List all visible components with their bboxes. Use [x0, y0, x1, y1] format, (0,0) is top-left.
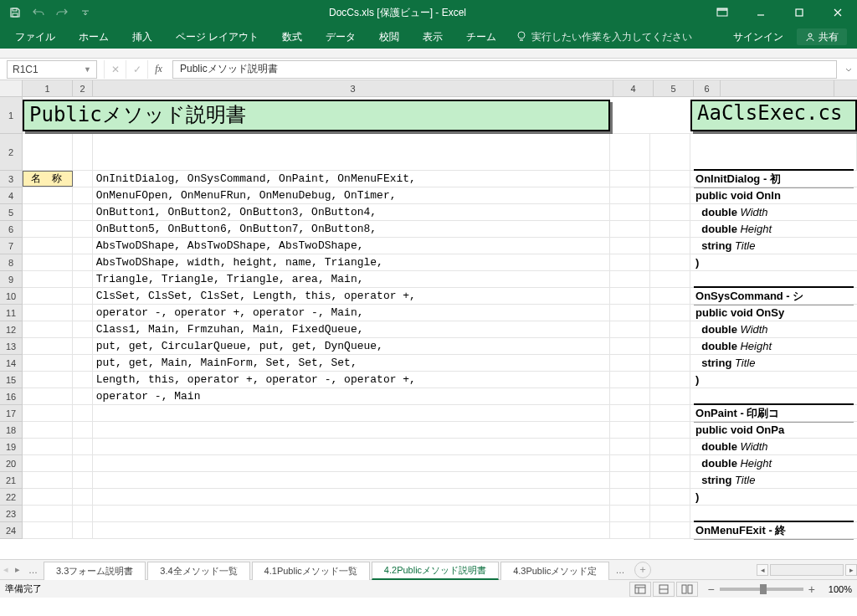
cell[interactable]	[650, 489, 690, 505]
cell[interactable]	[610, 472, 650, 488]
cell[interactable]	[93, 134, 611, 170]
cell[interactable]	[650, 455, 690, 471]
ribbon-display-icon[interactable]	[703, 0, 742, 25]
cell[interactable]: )	[690, 372, 857, 388]
formula-input[interactable]: Publicメソッド説明書	[172, 60, 837, 79]
cell[interactable]: public void OnSy	[690, 305, 857, 321]
method-list-line[interactable]: Triangle, Triangle, Triangle, area, Main…	[93, 271, 611, 287]
cell[interactable]	[23, 221, 73, 237]
ribbon-tab-insert[interactable]: 挿入	[121, 25, 164, 49]
row-header[interactable]: 19	[0, 439, 22, 455]
cell[interactable]	[93, 506, 611, 521]
cell[interactable]	[73, 271, 93, 287]
cell[interactable]	[650, 506, 690, 521]
cell[interactable]	[73, 522, 93, 538]
cell[interactable]	[73, 422, 93, 438]
ribbon-tab-data[interactable]: データ	[314, 25, 367, 49]
cell[interactable]	[73, 254, 93, 270]
cell[interactable]	[23, 338, 73, 354]
cell[interactable]	[650, 388, 690, 404]
cell[interactable]: double Height	[690, 338, 857, 354]
signin-link[interactable]: サインイン	[720, 30, 797, 44]
cell[interactable]	[650, 171, 690, 187]
cell[interactable]	[23, 321, 73, 337]
ribbon-tab-file[interactable]: ファイル	[3, 25, 67, 49]
cell[interactable]	[610, 238, 650, 254]
minimize-icon[interactable]	[742, 0, 780, 25]
cell[interactable]	[650, 372, 690, 388]
chevron-down-icon[interactable]: ▼	[84, 65, 91, 74]
ribbon-tab-pagelayout[interactable]: ページ レイアウト	[164, 25, 270, 49]
row-header[interactable]: 4	[0, 187, 22, 204]
row-header[interactable]: 16	[0, 388, 22, 405]
cell[interactable]	[610, 171, 650, 187]
cell[interactable]	[73, 321, 93, 337]
sheet-nav-first-icon[interactable]: ◂	[0, 560, 12, 580]
cell[interactable]	[690, 506, 857, 521]
cell[interactable]	[23, 489, 73, 505]
cell[interactable]	[610, 439, 650, 454]
cell[interactable]	[73, 134, 93, 170]
cell[interactable]	[610, 455, 650, 471]
cell[interactable]	[610, 288, 650, 304]
fx-icon[interactable]: fx	[147, 60, 169, 79]
row-header[interactable]: 2	[0, 134, 22, 171]
cell[interactable]	[23, 134, 73, 170]
cell[interactable]	[610, 388, 650, 404]
cell[interactable]	[73, 171, 93, 187]
cell[interactable]	[23, 187, 73, 203]
cell[interactable]: OnMenuFExit - 終	[690, 522, 857, 538]
row-headers[interactable]: 123456789101112131415161718192021222324	[0, 97, 23, 539]
row-header[interactable]: 11	[0, 305, 22, 321]
cell[interactable]	[73, 221, 93, 237]
row-header[interactable]: 18	[0, 422, 22, 439]
cell[interactable]	[73, 305, 93, 321]
cell[interactable]	[650, 522, 690, 538]
cell[interactable]	[23, 455, 73, 471]
sheet-tab[interactable]: 4.3Publicメソッド定	[500, 562, 609, 580]
formula-expand-icon[interactable]	[840, 65, 857, 74]
cell[interactable]	[610, 204, 650, 220]
row-header[interactable]: 20	[0, 455, 22, 472]
method-list-line[interactable]: operator -, operator +, operator -, Main…	[93, 305, 611, 321]
cell[interactable]	[93, 489, 611, 505]
cell[interactable]	[610, 271, 650, 287]
cell[interactable]	[93, 472, 611, 488]
cell[interactable]	[93, 405, 611, 421]
cell[interactable]	[73, 489, 93, 505]
cell[interactable]	[93, 422, 611, 438]
cell[interactable]: AaClsExec.cs	[690, 97, 857, 133]
cell[interactable]	[650, 221, 690, 237]
view-pagelayout-icon[interactable]	[653, 582, 675, 597]
new-sheet-button[interactable]: ＋	[634, 562, 651, 578]
cell[interactable]	[650, 271, 690, 287]
cell[interactable]	[610, 355, 650, 371]
cell[interactable]	[610, 338, 650, 354]
method-list-line[interactable]: AbsTwoDShape, AbsTwoDShape, AbsTwoDShape…	[93, 238, 611, 254]
cell[interactable]	[650, 472, 690, 488]
cell[interactable]	[73, 506, 93, 521]
cell[interactable]	[610, 522, 650, 538]
method-list-line[interactable]: AbsTwoDShape, width, height, name, Trian…	[93, 254, 611, 270]
cell[interactable]	[610, 97, 690, 133]
row-header[interactable]: 6	[0, 221, 22, 238]
cell[interactable]	[23, 405, 73, 421]
cells[interactable]: Publicメソッド説明書AaClsExec.cs名 称OnInitDialog…	[23, 97, 857, 559]
cell[interactable]	[73, 204, 93, 220]
cell[interactable]	[73, 288, 93, 304]
column-header[interactable]: 2	[73, 80, 93, 96]
cell[interactable]	[690, 388, 857, 404]
cell[interactable]	[610, 422, 650, 438]
cell[interactable]	[73, 405, 93, 421]
cell[interactable]	[650, 422, 690, 438]
cell[interactable]	[93, 522, 611, 538]
column-header[interactable]: 5	[654, 80, 694, 96]
column-header[interactable]: 6	[694, 80, 721, 96]
cell[interactable]	[23, 305, 73, 321]
row-header[interactable]: 14	[0, 355, 22, 372]
undo-icon[interactable]	[32, 6, 45, 19]
cell[interactable]	[93, 455, 611, 471]
cell[interactable]	[610, 254, 650, 270]
cell[interactable]	[650, 238, 690, 254]
method-list-line[interactable]: ClsSet, ClsSet, ClsSet, Length, this, op…	[93, 288, 611, 304]
